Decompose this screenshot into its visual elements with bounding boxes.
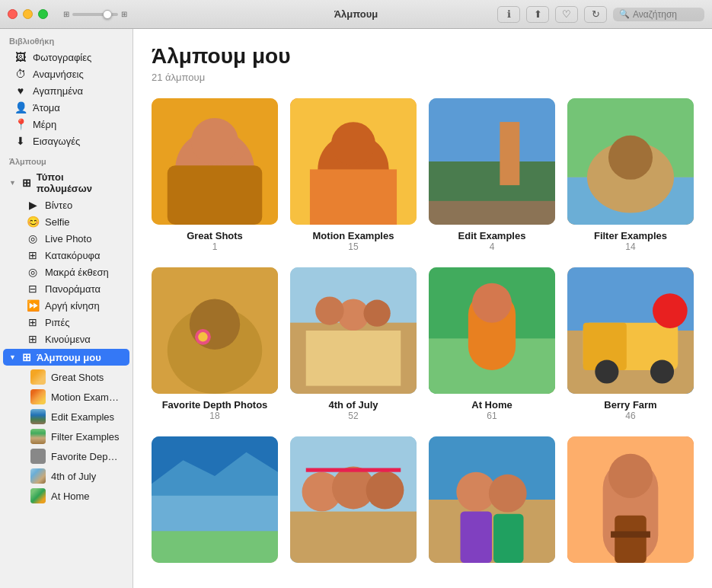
svg-point-56 [608,454,653,498]
sidebar-item-slow-motion[interactable]: ⏩ Αργή κίνηση [3,297,129,314]
album-thumb [30,389,46,404]
sidebar-item-label: Φωτογραφίες [33,52,91,63]
portrait-icon: ⊞ [26,249,40,261]
album-thumb [30,468,46,484]
album-card-album9[interactable] [152,436,278,568]
album-card-4th-july[interactable]: 4th of July52 [290,267,417,421]
search-input[interactable] [633,9,701,20]
heart-button[interactable]: ♡ [555,6,578,23]
sidebar-album-edit[interactable]: Edit Examples [3,407,129,427]
photo-svg [152,98,278,225]
album-cover [152,267,278,394]
my-albums-icon: ⊞ [20,351,34,363]
sidebar: Βιβλιοθήκη 🖼 Φωτογραφίες ⏱ Αναμνήσεις ♥ … [0,29,133,588]
sidebar-item-burst[interactable]: ⊞ Ριπές [3,314,129,331]
album-count: 18 [209,411,219,421]
svg-rect-58 [611,532,650,538]
traffic-lights [8,9,48,19]
titlebar: ⊞ ⊞ Άλμπουμ ℹ ⬆ ♡ ↻ 🔍 [0,0,712,29]
sidebar-item-long-exposure[interactable]: ◎ Μακρά έκθεση [3,264,129,280]
share-button[interactable]: ⬆ [526,6,549,23]
sidebar-album-motion[interactable]: Motion Examples [3,387,129,407]
svg-rect-8 [429,98,555,161]
album-card-album12[interactable] [567,436,694,568]
my-albums-toggle[interactable]: ▼ ⊞ Άλμπουμ μου [3,349,129,366]
album-count: 14 [625,241,635,252]
album-card-filter-examples[interactable]: Filter Examples14 [567,98,694,252]
album-card-motion-examples[interactable]: Motion Examples15 [290,98,417,252]
album-thumb [30,409,46,424]
svg-rect-46 [290,512,417,563]
maximize-button[interactable] [38,9,48,19]
sidebar-item-portrait[interactable]: ⊞ Κατακόρυφα [3,247,129,264]
memories-icon: ⏱ [14,68,27,80]
media-types-icon: ⊞ [20,177,34,189]
svg-point-20 [198,332,207,341]
sidebar-item-live[interactable]: ◎ Live Photo [3,230,129,247]
photos-icon: 🖼 [14,51,27,63]
sidebar-album-filter[interactable]: Filter Examples [3,427,129,446]
svg-point-51 [489,475,527,513]
sidebar-item-label: Εισαγωγές [33,136,80,147]
svg-rect-57 [615,516,647,563]
sidebar-album-fav-depth[interactable]: Favorite Depth Pho… [3,446,129,466]
svg-rect-9 [429,161,555,201]
album-cover [152,98,278,225]
album-card-edit-examples[interactable]: Edit Examples4 [429,98,555,252]
sidebar-item-video[interactable]: ▶ Βίντεο [3,197,129,213]
sidebar-item-label: At Home [51,491,90,502]
album-cover [152,436,278,563]
rotate-button[interactable]: ↻ [584,6,607,23]
zoom-slider-thumb[interactable] [103,10,112,19]
animated-icon: ⊞ [26,333,40,345]
sidebar-item-memories[interactable]: ⏱ Αναμνήσεις [3,66,129,82]
sidebar-item-label: Μακρά έκθεση [45,267,109,278]
media-types-toggle[interactable]: ▼ ⊞ Τύποι πολυμέσων [3,169,129,197]
slow-motion-icon: ⏩ [26,299,40,312]
album-card-berry-farm[interactable]: Berry Farm46 [567,267,694,421]
info-button[interactable]: ℹ [497,6,520,23]
sidebar-item-label: Άτομα [33,102,60,113]
sidebar-item-label: Live Photo [45,233,91,244]
albums-section-label: Άλμπουμ [0,149,133,169]
titlebar-right: ℹ ⬆ ♡ ↻ 🔍 [497,6,704,23]
chevron-down-icon: ▼ [9,179,17,187]
sidebar-album-great-shots[interactable]: Great Shots [3,367,129,387]
sidebar-item-places[interactable]: 📍 Μέρη [3,116,129,133]
sidebar-item-selfie[interactable]: 😊 Selfie [3,213,129,230]
album-card-at-home[interactable]: At Home61 [429,267,555,421]
photo-svg [152,267,278,394]
album-name: At Home [471,399,512,411]
photo-svg [567,267,694,394]
search-box[interactable]: 🔍 [613,8,704,21]
minimize-button[interactable] [23,9,33,19]
album-card-fav-depth[interactable]: Favorite Depth Photos18 [152,267,278,421]
video-icon: ▶ [26,199,40,211]
sidebar-item-favorites[interactable]: ♥ Αγαπημένα [3,82,129,99]
sidebar-item-people[interactable]: 👤 Άτομα [3,99,129,116]
svg-rect-3 [168,165,263,225]
photo-svg [567,98,694,225]
album-thumb [30,429,46,444]
sidebar-item-imports[interactable]: ⬇ Εισαγωγές [3,133,129,149]
sidebar-item-label: Filter Examples [51,431,120,443]
album-card-album11[interactable] [429,436,555,568]
sidebar-item-animated[interactable]: ⊞ Κινούμενα [3,331,129,347]
svg-point-36 [650,360,674,383]
svg-point-26 [363,300,390,327]
page-title: Άλμπουμ μου [152,44,694,69]
album-name: Filter Examples [594,230,667,241]
close-button[interactable] [8,9,18,19]
main-content: Άλμπουμ μου 21 άλμπουμ Great Shots1 Moti… [133,29,712,588]
sidebar-item-photos[interactable]: 🖼 Φωτογραφίες [3,49,129,66]
zoom-slider[interactable] [72,13,118,16]
album-card-great-shots[interactable]: Great Shots1 [152,98,278,252]
album-cover [429,267,555,394]
sidebar-album-4th-july[interactable]: 4th of July [3,466,129,486]
sidebar-item-label: Great Shots [51,372,104,383]
sidebar-album-at-home[interactable]: At Home [3,486,129,506]
album-card-album10[interactable] [290,436,417,568]
svg-rect-23 [306,331,401,386]
album-cover [567,98,694,225]
sidebar-item-panorama[interactable]: ⊟ Πανοράματα [3,280,129,297]
